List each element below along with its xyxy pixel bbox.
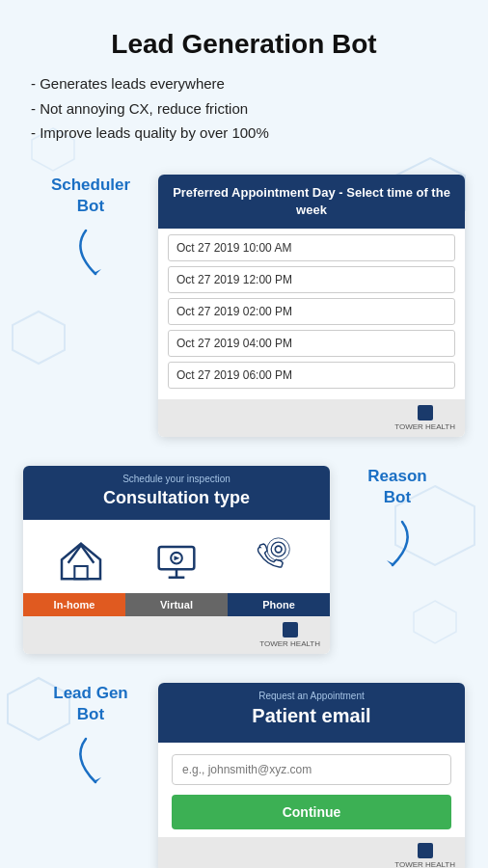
svg-point-15 (276, 546, 283, 553)
continue-button[interactable]: Continue (172, 795, 451, 829)
scheduler-footer: TOWER HEALTH (158, 399, 465, 437)
svg-marker-14 (174, 556, 179, 560)
scheduler-section: SchedulerBot Preferred Appointment Day -… (23, 175, 465, 437)
scheduler-arrow-icon (57, 221, 124, 288)
house-icon (57, 537, 105, 585)
virtual-icon (152, 537, 201, 585)
leadgen-section: Lead GenBot Request an Appointment Patie… (23, 683, 465, 868)
reason-labels: In-home Virtual Phone (23, 593, 330, 616)
phone-icon-item[interactable] (225, 537, 319, 585)
scheduler-slots: Oct 27 2019 10:00 AM Oct 27 2019 12:00 P… (158, 229, 465, 399)
reason-footer: TOWER HEALTH (23, 616, 330, 654)
scheduler-brand: TOWER HEALTH (394, 405, 455, 431)
leadgen-footer: TOWER HEALTH (158, 837, 465, 868)
slot-5[interactable]: Oct 27 2019 06:00 PM (168, 362, 455, 389)
phone-icon (248, 537, 296, 585)
bullet-3: - Improve leads quality by over 100% (31, 121, 465, 146)
phone-button[interactable]: Phone (228, 593, 330, 616)
svg-rect-8 (74, 566, 87, 579)
leadgen-title: Patient email (168, 705, 455, 727)
tower-health-icon (418, 405, 433, 420)
svg-point-17 (267, 538, 289, 560)
scheduler-label-area: SchedulerBot (23, 175, 158, 288)
svg-marker-7 (62, 544, 100, 580)
leadgen-label-area: Lead GenBot (23, 683, 158, 797)
leadgen-sub-text: Request an Appointment (168, 691, 455, 701)
slot-3[interactable]: Oct 27 2019 02:00 PM (168, 298, 455, 325)
tower-health-icon-2 (283, 622, 298, 637)
page-title: Lead Generation Bot (23, 29, 465, 60)
tower-health-icon-3 (418, 843, 433, 858)
leadgen-bot-label: Lead GenBot (53, 683, 127, 725)
feature-list: - Generates leads everywhere - Not annoy… (23, 71, 465, 146)
tower-health-label: TOWER HEALTH (394, 422, 455, 431)
reason-brand: TOWER HEALTH (259, 622, 320, 648)
inhome-icon-item[interactable] (34, 537, 128, 585)
inhome-button[interactable]: In-home (23, 593, 125, 616)
slot-2[interactable]: Oct 27 2019 12:00 PM (168, 266, 455, 293)
leadgen-form: Continue (158, 743, 465, 837)
scheduler-header: Preferred Appointment Day - Select time … (158, 175, 465, 229)
reason-section: ReasonBot Schedule your inspection Consu… (23, 466, 465, 654)
reason-arrow-icon (364, 512, 431, 580)
virtual-button[interactable]: Virtual (125, 593, 228, 616)
slot-1[interactable]: Oct 27 2019 10:00 AM (168, 234, 455, 261)
reason-widget: Schedule your inspection Consultation ty… (23, 466, 330, 654)
email-input[interactable] (172, 754, 451, 785)
tower-health-label-3: TOWER HEALTH (394, 860, 455, 868)
reason-icons (23, 520, 330, 593)
leadgen-arrow-icon (57, 729, 124, 797)
leadgen-brand: TOWER HEALTH (394, 843, 455, 868)
svg-point-16 (271, 542, 285, 556)
bullet-2: - Not annoying CX, reduce friction (31, 96, 465, 122)
reason-bot-label: ReasonBot (367, 466, 426, 508)
reason-header: Schedule your inspection Consultation ty… (23, 466, 330, 520)
leadgen-header: Request an Appointment Patient email (158, 683, 465, 743)
scheduler-widget: Preferred Appointment Day - Select time … (158, 175, 465, 437)
tower-health-label-2: TOWER HEALTH (259, 639, 320, 648)
reason-label-area: ReasonBot (330, 466, 465, 580)
bullet-1: - Generates leads everywhere (31, 71, 465, 96)
leadgen-widget: Request an Appointment Patient email Con… (158, 683, 465, 868)
scheduler-bot-label: SchedulerBot (51, 175, 130, 217)
reason-sub-text: Schedule your inspection (33, 474, 320, 484)
reason-title: Consultation type (33, 488, 320, 508)
slot-4[interactable]: Oct 27 2019 04:00 PM (168, 330, 455, 357)
virtual-icon-item[interactable] (129, 537, 224, 585)
